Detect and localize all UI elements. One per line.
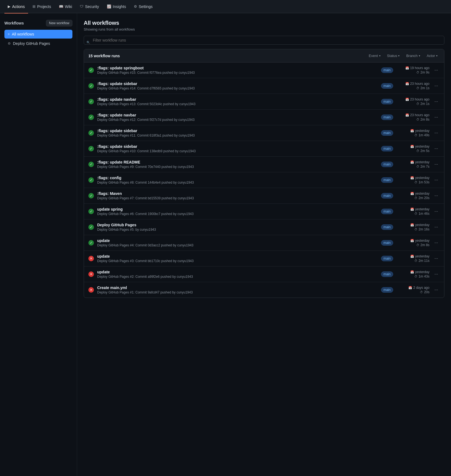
more-options-button-10[interactable]: ··· bbox=[433, 208, 440, 215]
status-icon-9: ✓ bbox=[88, 193, 94, 198]
deploy-github-pages-icon: ⚙ bbox=[8, 42, 11, 45]
more-options-button-8[interactable]: ··· bbox=[433, 177, 440, 183]
workflow-name-5[interactable]: :flags: update sidebar bbox=[97, 129, 378, 133]
filter-event-button[interactable]: Event▾ bbox=[366, 53, 382, 59]
workflow-meta-5: Deploy GitHub Pages #11: Commit 618f3a1 … bbox=[97, 134, 378, 137]
branch-badge-15[interactable]: main bbox=[381, 287, 393, 293]
workflow-time-5: 📅 yesterday ⏱ 1m 49s bbox=[396, 129, 430, 137]
filter-status-button[interactable]: Status▾ bbox=[385, 53, 402, 59]
nav-item-security[interactable]: 🛡Security bbox=[77, 2, 102, 11]
calendar-icon-7: 📅 bbox=[410, 161, 414, 164]
branch-badge-5[interactable]: main bbox=[381, 130, 393, 136]
search-input[interactable] bbox=[84, 36, 444, 45]
table-row: ✓ update Deploy GitHub Pages #4: Commit … bbox=[84, 235, 444, 251]
branch-badge-14[interactable]: main bbox=[381, 271, 393, 277]
workflow-name-12[interactable]: update bbox=[97, 238, 378, 243]
workflows-table: 15 workflow runs Event▾Status▾Branch▾Act… bbox=[84, 49, 444, 298]
more-options-button-7[interactable]: ··· bbox=[433, 161, 440, 168]
workflow-name-10[interactable]: update spring bbox=[97, 207, 378, 211]
more-options-button-1[interactable]: ··· bbox=[433, 67, 440, 74]
workflow-name-1[interactable]: :flags: update springboot bbox=[97, 66, 378, 70]
table-header: 15 workflow runs Event▾Status▾Branch▾Act… bbox=[84, 49, 444, 62]
workflow-time-2: 📅 23 hours ago ⏱ 2m 1s bbox=[396, 82, 430, 90]
workflow-time-3: 📅 23 hours ago ⏱ 2m 1s bbox=[396, 97, 430, 106]
branch-badge-6[interactable]: main bbox=[381, 146, 393, 151]
time-date-6: 📅 yesterday bbox=[396, 145, 430, 148]
workflow-name-2[interactable]: :flags: update sidebar bbox=[97, 81, 378, 86]
duration-value-12: 2m 8s bbox=[420, 243, 430, 247]
branch-badge-3[interactable]: main bbox=[381, 99, 393, 104]
table-row: ✓ :flags: update sidebar Deploy GitHub P… bbox=[84, 78, 444, 94]
workflow-time-1: 📅 19 hours ago ⏱ 2m 9s bbox=[396, 66, 430, 74]
more-options-button-15[interactable]: ··· bbox=[433, 287, 440, 293]
duration-value-11: 2m 16s bbox=[419, 227, 429, 231]
workflow-info-4: :flags: update navbar Deploy GitHub Page… bbox=[97, 113, 378, 122]
branch-badge-1[interactable]: main bbox=[381, 67, 393, 73]
branch-badge-12[interactable]: main bbox=[381, 240, 393, 246]
time-duration-6: ⏱ 2m 5s bbox=[396, 149, 430, 153]
time-date-4: 📅 23 hours ago bbox=[396, 113, 430, 117]
more-options-button-3[interactable]: ··· bbox=[433, 98, 440, 105]
status-icon-1: ✓ bbox=[88, 67, 94, 73]
workflow-name-3[interactable]: :flags: update navbar bbox=[97, 97, 378, 102]
more-options-button-6[interactable]: ··· bbox=[433, 145, 440, 152]
workflow-meta-9: Deploy GitHub Pages #7: Commit bd15539 p… bbox=[97, 196, 378, 200]
branch-badge-2[interactable]: main bbox=[381, 83, 393, 89]
workflow-name-7[interactable]: :flags: update README bbox=[97, 160, 378, 164]
more-options-button-4[interactable]: ··· bbox=[433, 114, 440, 121]
workflow-name-9[interactable]: :flags: Maven bbox=[97, 191, 378, 196]
table-row: ✓ :flags: update springboot Deploy GitHu… bbox=[84, 62, 444, 78]
new-workflow-button[interactable]: New workflow bbox=[46, 20, 72, 26]
table-row: ✓ :flags: update sidebar Deploy GitHub P… bbox=[84, 141, 444, 157]
branch-badge-13[interactable]: main bbox=[381, 256, 393, 261]
more-options-button-9[interactable]: ··· bbox=[433, 192, 440, 199]
clock-icon-8: ⏱ bbox=[414, 181, 417, 184]
more-options-button-14[interactable]: ··· bbox=[433, 271, 440, 278]
duration-value-6: 2m 5s bbox=[420, 149, 430, 153]
workflow-name-11[interactable]: Deploy GitHub Pages bbox=[97, 223, 378, 227]
more-options-button-12[interactable]: ··· bbox=[433, 240, 440, 246]
more-options-button-2[interactable]: ··· bbox=[433, 83, 440, 89]
time-duration-11: ⏱ 2m 16s bbox=[396, 227, 430, 231]
date-value-9: yesterday bbox=[415, 192, 430, 195]
workflow-name-15[interactable]: Create main.yml bbox=[97, 285, 378, 290]
status-filter-label: Status bbox=[387, 54, 397, 58]
more-options-button-11[interactable]: ··· bbox=[433, 224, 440, 230]
workflow-name-8[interactable]: :flags: config bbox=[97, 176, 378, 180]
branch-badge-8[interactable]: main bbox=[381, 177, 393, 183]
calendar-icon-1: 📅 bbox=[405, 66, 409, 70]
sidebar-item-deploy-github-pages[interactable]: ⚙Deploy GitHub Pages bbox=[4, 39, 72, 48]
time-duration-1: ⏱ 2m 9s bbox=[396, 70, 430, 74]
date-value-12: yesterday bbox=[415, 239, 430, 243]
nav-item-settings[interactable]: ⚙Settings bbox=[131, 2, 156, 11]
more-options-button-5[interactable]: ··· bbox=[433, 130, 440, 136]
nav-item-actions[interactable]: ▶Actions bbox=[4, 2, 28, 11]
time-duration-3: ⏱ 2m 1s bbox=[396, 102, 430, 106]
workflow-meta-3: Deploy GitHub Pages #13: Commit 5023d4c … bbox=[97, 102, 378, 106]
nav-item-wiki[interactable]: 📖Wiki bbox=[56, 2, 75, 11]
nav-item-insights[interactable]: 📈Insights bbox=[104, 2, 129, 11]
workflow-name-4[interactable]: :flags: update navbar bbox=[97, 113, 378, 117]
more-options-button-13[interactable]: ··· bbox=[433, 255, 440, 262]
branch-badge-7[interactable]: main bbox=[381, 162, 393, 167]
branch-badge-9[interactable]: main bbox=[381, 193, 393, 198]
calendar-icon-12: 📅 bbox=[410, 239, 414, 243]
table-row: ✕ update Deploy GitHub Pages #3: Commit … bbox=[84, 251, 444, 266]
date-value-4: 23 hours ago bbox=[410, 113, 430, 117]
time-duration-10: ⏱ 1m 46s bbox=[396, 212, 430, 216]
branch-badge-10[interactable]: main bbox=[381, 209, 393, 214]
workflow-name-6[interactable]: :flags: update sidebar bbox=[97, 144, 378, 149]
filter-actor-button[interactable]: Actor▾ bbox=[425, 53, 440, 59]
time-duration-7: ⏱ 2m 7s bbox=[396, 165, 430, 168]
workflow-name-13[interactable]: update bbox=[97, 254, 378, 259]
projects-nav-label: Projects bbox=[37, 4, 51, 9]
sidebar-item-all-workflows[interactable]: ≡All workflows bbox=[4, 30, 72, 39]
filter-branch-button[interactable]: Branch▾ bbox=[404, 53, 422, 59]
nav-item-projects[interactable]: ⊞Projects bbox=[29, 2, 55, 11]
branch-badge-11[interactable]: main bbox=[381, 224, 393, 230]
security-nav-icon: 🛡 bbox=[80, 4, 83, 9]
workflow-name-14[interactable]: update bbox=[97, 270, 378, 274]
calendar-icon-10: 📅 bbox=[410, 208, 414, 211]
branch-badge-4[interactable]: main bbox=[381, 115, 393, 120]
date-value-7: yesterday bbox=[415, 160, 430, 164]
